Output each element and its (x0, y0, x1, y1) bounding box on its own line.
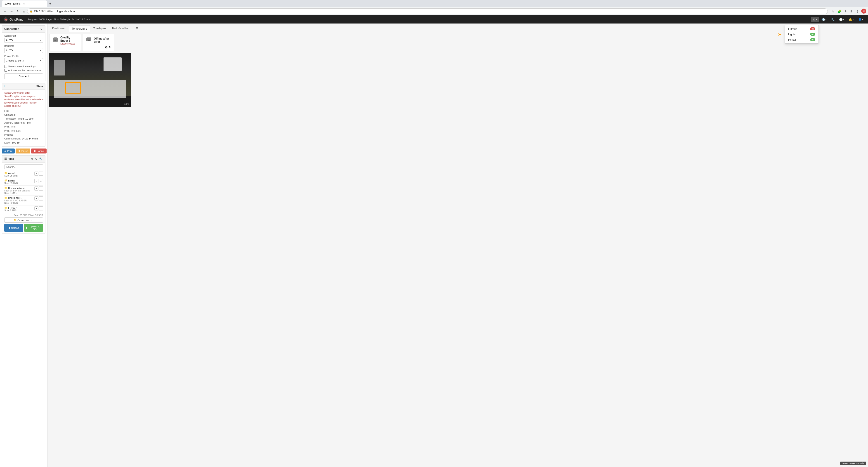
dropdown-filtrace-badge: off (810, 27, 815, 30)
tab-dashboard[interactable]: Dashboard (49, 25, 68, 32)
timelapse-line: Timelapse: Timed (10 sec) (4, 117, 43, 121)
printer-card-offline[interactable]: Offline after error ⚙ ↻ (83, 34, 114, 51)
file-delete-fubar[interactable]: ✕ (34, 206, 38, 211)
connection-panel-heading: Connection ↻ (2, 26, 45, 33)
svg-rect-6 (87, 37, 91, 38)
tab-timelapse[interactable]: Timelapse (90, 25, 109, 32)
file-info-box: 📁 Box na tiskárnu Internal: Box_na_tiská… (4, 186, 34, 194)
active-tab[interactable]: 100% - (offline) ✕ (2, 0, 47, 7)
file-delete-airsoft[interactable]: ✕ (34, 172, 38, 176)
watermark: movavi Screen Recorder (840, 462, 866, 465)
files-search-input[interactable] (4, 164, 43, 169)
file-size-bibiny: Size: 35.2MB (4, 182, 34, 184)
download-btn[interactable]: ⬇ (844, 8, 848, 14)
auto-connect-checkbox[interactable] (4, 69, 7, 72)
file-download-airsoft[interactable]: ⬇ (39, 172, 43, 176)
checkbox-group: Save connection settings Auto-connect on… (4, 65, 43, 72)
dropdown-lights-label: Lights (788, 33, 796, 36)
files-settings-btn[interactable]: 🔧 (39, 157, 43, 161)
file-download-box[interactable]: ⬇ (39, 186, 43, 191)
connection-panel-body: Serial Port AUTO Baudrate AUTO Printer P… (2, 33, 45, 81)
connection-refresh-btn[interactable]: ↻ (40, 27, 43, 31)
tab-temperature[interactable]: Temperature (69, 25, 90, 32)
file-name-bibiny: 📁 Bibiny (4, 179, 34, 182)
forward-btn[interactable]: → (8, 8, 14, 14)
dropdown-item-printer[interactable]: Printer on (785, 37, 818, 42)
camera-placeholder: Ender (49, 53, 131, 107)
serial-port-select[interactable]: AUTO (4, 38, 43, 43)
create-folder-label: Create folder... (18, 219, 34, 221)
connect-btn[interactable]: Connect (4, 73, 43, 79)
refresh-btn[interactable]: ↻ (16, 8, 21, 14)
print-label: Print (7, 150, 12, 152)
file-download-fubar[interactable]: ⬇ (39, 206, 43, 211)
printer-card-refresh-offline[interactable]: ↻ (109, 45, 112, 49)
extensions-btn[interactable]: 🧩 (837, 8, 842, 14)
folder-icon-bibiny: 📁 (4, 179, 7, 182)
cancel-btn[interactable]: ⏹ Cancel (31, 149, 46, 154)
address-text: 192.168.1.7/#tab_plugin_dashboard (34, 10, 77, 13)
dropdown-filtrace-label: Filtrace (788, 27, 797, 31)
file-internal-cnc: Internal: CNC_LASER (4, 199, 34, 202)
upload-sd-btn[interactable]: ⬆ Upload to SD (24, 224, 43, 232)
menu-btn[interactable]: ⋮ (855, 8, 860, 14)
browser-chrome: 100% - (offline) ✕ + ← → ↻ ⌂ 🔒 192.168.1… (0, 0, 868, 15)
print-icon: 🖨 (4, 150, 6, 152)
bookmark-btn[interactable]: ☆ (831, 8, 835, 14)
printer-card-name-creality: Creality (60, 36, 75, 39)
address-bar[interactable]: 🔒 192.168.1.7/#tab_plugin_dashboard (27, 8, 828, 14)
home-btn[interactable]: ⌂ (22, 8, 26, 14)
action-buttons: 🖨 Print ⏸ Pause ⏹ Cancel (2, 149, 45, 154)
state-info: File: Uploaded: Timelapse: Timed (10 sec… (4, 109, 43, 145)
dropdown-item-filtrace[interactable]: Filtrace off (785, 26, 818, 32)
upload-icon: ⬆ (8, 226, 10, 229)
printer-profile-select[interactable]: Creality Ender 3 (4, 58, 43, 63)
file-delete-bibiny[interactable]: ✕ (34, 179, 38, 183)
baudrate-select[interactable]: AUTO (4, 48, 43, 53)
pause-btn[interactable]: ⏸ Pause (16, 149, 30, 154)
gear-btn[interactable]: ⚙ ▾ (811, 17, 819, 22)
printer-card-settings-offline[interactable]: ⚙ (105, 45, 108, 49)
dropdown-printer-badge: on (810, 38, 815, 41)
file-btns-box: ✕ ⬇ (34, 186, 43, 191)
new-tab-btn[interactable]: + (48, 2, 53, 6)
files-trash-btn[interactable]: 🗑 (30, 157, 34, 161)
fan-btn[interactable]: 💨 ▾ (819, 17, 828, 22)
save-connection-checkbox[interactable] (4, 65, 7, 68)
printer-card-creality[interactable]: Creality Ender 3 Disconnected (49, 34, 81, 51)
file-download-cnc[interactable]: ⬇ (39, 196, 43, 200)
history-btn[interactable]: Ⅲ (849, 8, 854, 14)
file-delete-cnc[interactable]: ✕ (34, 196, 38, 200)
file-name-text-fubar: FUBAR (8, 207, 17, 209)
user-btn[interactable]: 👤 ▾ (856, 17, 865, 22)
clock-btn[interactable]: 🕐 ▾ (837, 17, 846, 22)
file-download-bibiny[interactable]: ⬇ (39, 179, 43, 183)
save-connection-checkbox-label[interactable]: Save connection settings (4, 65, 43, 68)
printer-card-model-offline: error (94, 40, 109, 43)
upload-btn[interactable]: ⬆ Upload (4, 224, 23, 232)
create-folder-btn[interactable]: 📁 Create folder... (4, 217, 43, 223)
state-error-line: State: Offline after error (4, 91, 43, 94)
files-refresh-btn[interactable]: ↻ (35, 157, 38, 161)
pause-label: Pause (21, 150, 28, 152)
back-btn[interactable]: ← (2, 8, 8, 14)
browser-actions: ☆ 🧩 ⬇ Ⅲ ⋮ M (831, 8, 866, 14)
auto-connect-checkbox-label[interactable]: Auto-connect on server startup (4, 69, 43, 72)
file-info-airsoft: 📁 Airsoft Size: 25.0MB (4, 172, 34, 177)
tab-close-btn[interactable]: ✕ (23, 2, 25, 5)
print-btn[interactable]: 🖨 Print (2, 149, 15, 154)
file-delete-box[interactable]: ✕ (34, 186, 38, 191)
camera-printer-label: Ender (123, 103, 129, 105)
printed-value: - (13, 133, 14, 136)
wrench-btn[interactable]: 🔧 (829, 17, 836, 22)
tab-bed-visualizer[interactable]: Bed Visualizer (109, 25, 132, 32)
dropdown-item-lights[interactable]: ➤ Lights on (785, 32, 818, 37)
octoprint-logo-icon: 🐙 (3, 17, 8, 22)
bell-btn[interactable]: 🔔 ▾ (847, 17, 855, 22)
profile-btn[interactable]: M (861, 8, 866, 13)
files-actions: 🗑 ↻ 🔧 (30, 157, 43, 161)
file-btns-bibiny: ✕ ⬇ (34, 179, 43, 183)
height-line: Current Height: 24.2 / 14.0mm (4, 137, 43, 141)
baudrate-group: Baudrate AUTO (4, 44, 43, 53)
tab-more[interactable]: ☰ (133, 25, 141, 32)
